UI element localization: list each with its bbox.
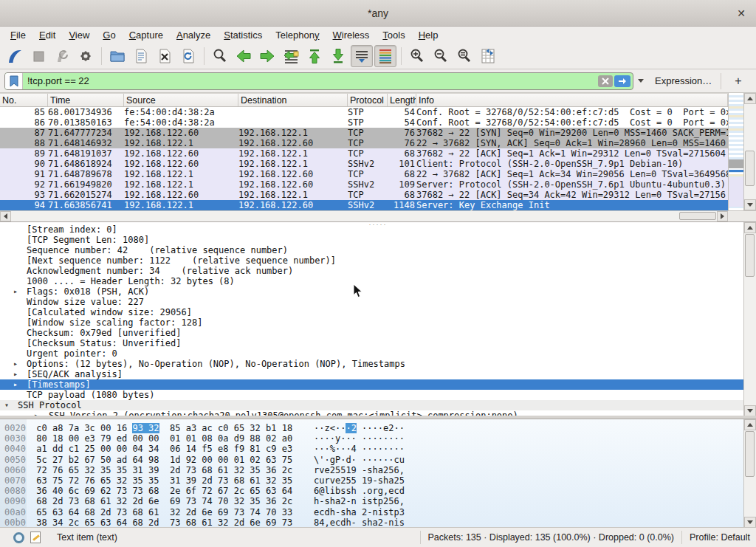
detail-line[interactable]: ▾SSH Protocol: [0, 400, 743, 410]
expander-closed-icon[interactable]: ▸: [13, 286, 18, 297]
filter-bookmark-icon[interactable]: [5, 73, 23, 89]
scroll-up-icon[interactable]: [744, 93, 756, 104]
go-to-packet-icon[interactable]: [280, 45, 302, 67]
packet-list-horizontal-scrollbar[interactable]: [0, 210, 728, 221]
zoom-reset-icon[interactable]: [453, 45, 475, 67]
hex-row-0040[interactable]: 0040 a1 dd c1 25 00 00 04 34 06 14 f5 e8…: [0, 444, 756, 454]
go-back-icon[interactable]: [233, 45, 255, 67]
add-filter-button[interactable]: +: [729, 75, 747, 88]
stop-capture-icon[interactable]: [27, 45, 49, 67]
expander-closed-icon[interactable]: ▸: [13, 369, 18, 379]
packet-row-90[interactable]: 9071.648618924192.168.122.60192.168.122.…: [0, 159, 728, 169]
hex-row-0080[interactable]: 0080 36 40 6c 69 62 73 73 68 2e 6f 72 67…: [0, 486, 756, 496]
column-header-length[interactable]: Length: [388, 94, 416, 106]
detail-line[interactable]: [Stream index: 0]: [0, 224, 743, 235]
column-header-time[interactable]: Time: [48, 94, 124, 106]
reload-file-icon[interactable]: [177, 45, 199, 67]
menu-capture[interactable]: Capture: [123, 28, 169, 42]
scroll-down-icon[interactable]: [744, 517, 756, 527]
hex-row-0070[interactable]: 0070 63 75 72 76 65 32 35 35 31 39 2d 73…: [0, 475, 756, 486]
hex-row-0050[interactable]: 0050 5c 27 b2 67 50 ad 64 98 1d 92 00 00…: [0, 455, 756, 465]
packet-row-91[interactable]: 9171.648789678192.168.122.1192.168.122.6…: [0, 169, 728, 179]
colorize-toggle-icon[interactable]: [374, 45, 396, 67]
detail-line[interactable]: ▸SSH Version 2 (encryption:chacha20-poly…: [0, 410, 743, 416]
detail-line[interactable]: Acknowledgment number: 34 (relative ack …: [0, 266, 743, 276]
menu-tools[interactable]: Tools: [377, 28, 410, 42]
column-header-source[interactable]: Source: [124, 94, 238, 106]
column-header-protocol[interactable]: Protocol: [348, 94, 388, 106]
start-capture-icon[interactable]: [4, 45, 26, 67]
hex-row-00b0[interactable]: 00b0 38 34 2c 65 63 64 68 2d 73 68 61 32…: [0, 517, 756, 527]
packet-row-93[interactable]: 9371.662015274192.168.122.60192.168.122.…: [0, 190, 728, 200]
packet-list-vertical-scrollbar[interactable]: [743, 93, 756, 210]
menu-statistics[interactable]: Statistics: [218, 28, 268, 42]
detail-line[interactable]: Urgent pointer: 0: [0, 348, 743, 359]
expander-closed-icon[interactable]: ▸: [13, 379, 18, 390]
detail-line[interactable]: ▸Flags: 0x018 (PSH, ACK): [0, 286, 743, 297]
expander-closed-icon[interactable]: ▸: [34, 410, 38, 416]
menu-help[interactable]: Help: [413, 28, 444, 42]
profile-status[interactable]: Profile: Default: [690, 532, 750, 543]
detail-line[interactable]: Checksum: 0x79ed [unverified]: [0, 328, 743, 338]
hex-row-0060[interactable]: 0060 72 76 65 32 35 35 31 39 2d 73 68 61…: [0, 465, 756, 475]
menu-go[interactable]: Go: [97, 28, 121, 42]
detail-line[interactable]: [Calculated window size: 29056]: [0, 307, 743, 317]
packet-row-87[interactable]: 8771.647777234192.168.122.60192.168.122.…: [0, 128, 728, 138]
packet-details-pane[interactable]: ····· [Stream index: 0][TCP Segment Len:…: [0, 221, 756, 416]
zoom-in-icon[interactable]: [406, 45, 428, 67]
column-header-no[interactable]: No.: [0, 94, 48, 106]
hex-row-00a0[interactable]: 00a0 65 63 64 68 2d 73 68 61 32 2d 6e 69…: [0, 507, 756, 517]
expression-button[interactable]: Expression…: [655, 75, 712, 86]
hex-row-0090[interactable]: 0090 68 2d 73 68 61 32 2d 6e 69 73 74 70…: [0, 496, 756, 506]
detail-line[interactable]: TCP payload (1080 bytes): [0, 390, 743, 400]
detail-line[interactable]: Window size value: 227: [0, 297, 743, 307]
hex-row-0030[interactable]: 0030 80 18 00 e3 79 ed 00 00 01 01 08 0a…: [0, 433, 756, 444]
scroll-down-icon[interactable]: [744, 199, 756, 210]
restart-capture-icon[interactable]: [51, 45, 73, 67]
close-file-icon[interactable]: [154, 45, 176, 67]
expander-open-icon[interactable]: ▾: [4, 400, 9, 410]
go-first-icon[interactable]: [303, 45, 326, 67]
detail-line[interactable]: [Next sequence number: 1122 (relative se…: [0, 255, 743, 266]
scroll-up-icon[interactable]: [744, 419, 756, 430]
filter-value[interactable]: !tcp.port == 22: [23, 73, 598, 89]
hex-row-0020[interactable]: 0020 c0 a8 7a 3c 00 16 93 32 85 a3 ac c0…: [0, 423, 756, 433]
zoom-out-icon[interactable]: [430, 45, 452, 67]
expert-info-icon[interactable]: [13, 532, 24, 543]
packet-list-header[interactable]: No.TimeSourceDestinationProtocolLengthIn…: [0, 93, 728, 107]
scrollbar-thumb[interactable]: [745, 431, 755, 477]
capture-comment-icon[interactable]: [30, 531, 41, 543]
detail-line[interactable]: [Checksum Status: Unverified]: [0, 338, 743, 348]
auto-scroll-toggle-icon[interactable]: [351, 45, 373, 67]
capture-options-icon[interactable]: [75, 45, 97, 67]
detail-line[interactable]: [Window size scaling factor: 128]: [0, 317, 743, 328]
menu-view[interactable]: View: [63, 28, 95, 42]
detail-line[interactable]: ▸Options: (12 bytes), No-Operation (NOP)…: [0, 359, 743, 369]
detail-line[interactable]: ▸[SEQ/ACK analysis]: [0, 369, 743, 379]
detail-line[interactable]: [TCP Segment Len: 1080]: [0, 235, 743, 245]
detail-line[interactable]: 1000 .... = Header Length: 32 bytes (8): [0, 276, 743, 286]
resize-columns-icon[interactable]: [477, 45, 499, 67]
packet-row-88[interactable]: 8871.648146932192.168.122.1192.168.122.6…: [0, 138, 728, 148]
details-vertical-scrollbar[interactable]: [743, 222, 756, 416]
expander-closed-icon[interactable]: ▸: [13, 359, 18, 369]
packet-row-86[interactable]: 8670.013850163fe:54:00:d4:38:2aSTP54Conf…: [0, 117, 728, 128]
open-file-icon[interactable]: [106, 45, 128, 67]
scroll-left-icon[interactable]: [0, 211, 11, 221]
detail-line[interactable]: ▸[Timestamps]: [0, 379, 743, 390]
scroll-up-icon[interactable]: [744, 222, 756, 233]
scrollbar-thumb[interactable]: [745, 234, 755, 277]
scrollbar-thumb[interactable]: [679, 212, 716, 220]
menu-wireless[interactable]: Wireless: [327, 28, 376, 42]
bytes-vertical-scrollbar[interactable]: [743, 419, 756, 527]
intelligent-scrollbar-minimap[interactable]: [728, 93, 743, 210]
column-header-destination[interactable]: Destination: [238, 94, 348, 106]
menu-telephony[interactable]: Telephony: [269, 28, 325, 42]
go-last-icon[interactable]: [327, 45, 349, 67]
scrollbar-thumb[interactable]: [745, 151, 755, 186]
display-filter-input[interactable]: !tcp.port == 22: [4, 72, 633, 90]
filter-clear-icon[interactable]: [598, 75, 613, 87]
filter-history-dropdown-icon[interactable]: [636, 79, 646, 83]
detail-line[interactable]: Sequence number: 42 (relative sequence n…: [0, 245, 743, 255]
scroll-down-icon[interactable]: [744, 405, 756, 416]
